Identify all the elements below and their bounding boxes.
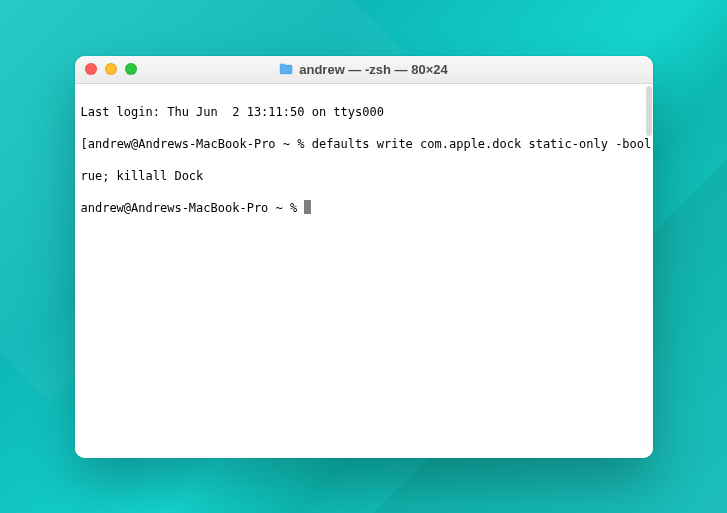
traffic-lights: [75, 63, 137, 75]
window-title: andrew — -zsh — 80×24: [299, 62, 447, 77]
window-title-area: andrew — -zsh — 80×24: [75, 62, 653, 77]
maximize-button[interactable]: [125, 63, 137, 75]
close-button[interactable]: [85, 63, 97, 75]
terminal-line: Last login: Thu Jun 2 13:11:50 on ttys00…: [81, 104, 647, 120]
terminal-window: andrew — -zsh — 80×24 Last login: Thu Ju…: [75, 56, 653, 458]
minimize-button[interactable]: [105, 63, 117, 75]
cursor: [304, 200, 311, 214]
prompt-text: andrew@Andrews-MacBook-Pro ~ %: [81, 201, 305, 215]
titlebar[interactable]: andrew — -zsh — 80×24: [75, 56, 653, 84]
terminal-body[interactable]: Last login: Thu Jun 2 13:11:50 on ttys00…: [75, 84, 653, 458]
wrap-bracket-left: [: [81, 137, 88, 151]
folder-icon: [279, 63, 293, 75]
last-login-text: Last login: Thu Jun 2 13:11:50 on ttys00…: [81, 105, 384, 119]
scrollbar[interactable]: [646, 86, 652, 136]
command-text: andrew@Andrews-MacBook-Pro ~ % defaults …: [88, 137, 653, 151]
command-text-cont: rue; killall Dock: [81, 169, 204, 183]
terminal-line: [andrew@Andrews-MacBook-Pro ~ % defaults…: [81, 136, 647, 152]
terminal-line: rue; killall Dock: [81, 168, 647, 184]
terminal-line: andrew@Andrews-MacBook-Pro ~ %: [81, 200, 647, 216]
